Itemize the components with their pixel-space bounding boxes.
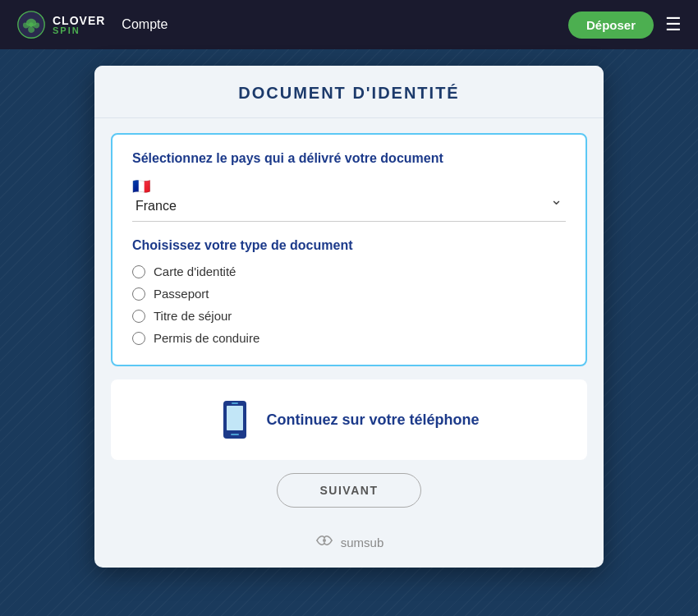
deposer-button[interactable]: Déposer <box>568 11 654 39</box>
sumsub-label: sumsub <box>341 536 384 549</box>
suivant-wrapper: SUIVANT <box>94 473 604 508</box>
radio-carte[interactable] <box>132 265 145 278</box>
modal-title: DOCUMENT D'IDENTITÉ <box>94 66 604 118</box>
svg-rect-6 <box>232 402 238 404</box>
svg-rect-4 <box>227 406 243 430</box>
phone-text: Continuez sur votre téléphone <box>266 411 479 429</box>
country-flag: 🇫🇷 <box>132 178 150 195</box>
brand-spin-label: spin <box>53 26 105 35</box>
sumsub-icon <box>315 532 334 553</box>
radio-carte-label: Carte d'identité <box>154 264 236 278</box>
compte-label: Compte <box>122 17 168 32</box>
radio-permis-label: Permis de conduire <box>154 331 259 345</box>
selection-box: Sélectionnez le pays qui a délivré votre… <box>111 133 587 366</box>
brand-clover-label: clover <box>53 15 105 26</box>
country-select[interactable]: France Belgique Espagne Allemagne <box>132 195 566 216</box>
main-content: DOCUMENT D'IDENTITÉ Sélectionnez le pays… <box>0 49 698 616</box>
radio-item-carte[interactable]: Carte d'identité <box>132 264 566 278</box>
svg-point-1 <box>29 22 33 26</box>
radio-list: Carte d'identité Passeport Titre de séjo… <box>132 264 566 345</box>
phone-icon <box>218 399 251 440</box>
logo-icon <box>16 10 46 39</box>
radio-passeport-label: Passeport <box>154 287 209 301</box>
suivant-button[interactable]: SUIVANT <box>277 473 422 508</box>
radio-item-sejour[interactable]: Titre de séjour <box>132 309 566 323</box>
radio-passeport[interactable] <box>132 287 145 301</box>
modal-card: DOCUMENT D'IDENTITÉ Sélectionnez le pays… <box>94 66 604 568</box>
svg-point-7 <box>323 539 326 542</box>
brand-text: clover spin <box>53 15 105 35</box>
logo-container: clover spin <box>16 10 105 39</box>
navbar: clover spin Compte Déposer ☰ <box>0 0 698 49</box>
radio-sejour[interactable] <box>132 310 145 323</box>
sumsub-footer: sumsub <box>94 524 604 568</box>
doc-type-label: Choisissez votre type de document <box>132 238 566 253</box>
country-section-label: Sélectionnez le pays qui a délivré votre… <box>132 151 566 166</box>
country-select-wrapper[interactable]: 🇫🇷 France Belgique Espagne Allemagne ⌄ <box>132 177 566 222</box>
radio-item-passeport[interactable]: Passeport <box>132 287 566 301</box>
hamburger-menu-button[interactable]: ☰ <box>665 14 682 35</box>
radio-permis[interactable] <box>132 332 145 345</box>
svg-rect-5 <box>231 434 239 435</box>
radio-sejour-label: Titre de séjour <box>154 309 232 323</box>
radio-item-permis[interactable]: Permis de conduire <box>132 331 566 345</box>
phone-section[interactable]: Continuez sur votre téléphone <box>111 379 587 460</box>
